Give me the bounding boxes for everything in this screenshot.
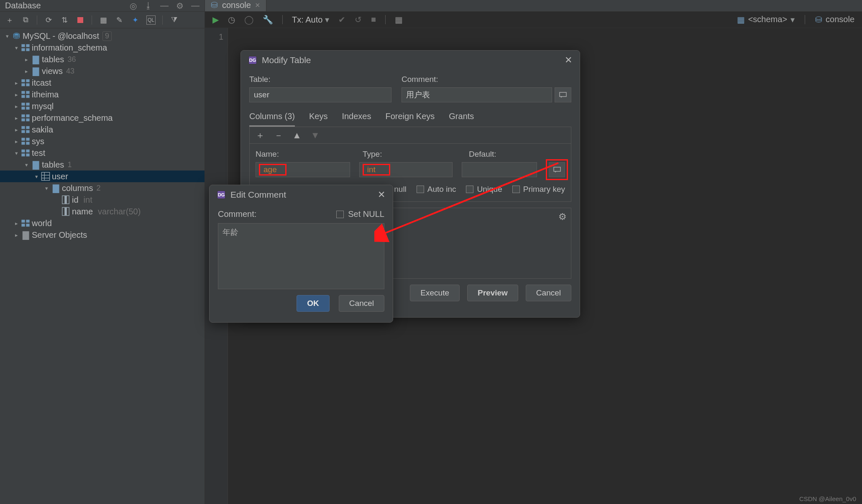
tree-item[interactable]: test [32,148,45,158]
svg-rect-27 [26,142,29,145]
folder-icon: ▇ [31,66,40,76]
target-icon[interactable]: ◎ [130,1,137,11]
tree-item[interactable]: tables [42,160,64,170]
console-selector[interactable]: ⛁console [815,15,854,25]
close-icon[interactable]: ✕ [378,189,385,200]
expand-toggle[interactable]: ▸ [12,92,21,98]
history-icon[interactable]: ◷ [228,15,235,25]
expand-toggle[interactable]: ▾ [12,45,21,51]
commit-icon[interactable]: ✔ [338,15,345,25]
expand-toggle[interactable]: ▸ [12,80,21,86]
expand-toggle[interactable]: ▸ [12,138,21,145]
set-null-checkbox[interactable]: Set NULL [336,209,384,219]
tab-grants[interactable]: Grants [449,112,474,127]
tree-item[interactable]: world [32,219,52,228]
expand-toggle[interactable]: ▾ [42,185,51,191]
expand-toggle[interactable]: ▾ [12,150,21,156]
svg-rect-19 [26,118,29,121]
ok-button[interactable]: OK [297,295,330,312]
unique-checkbox[interactable]: Unique [466,185,502,194]
tree-root[interactable]: MySQL - @localhost [23,31,99,41]
tree-item[interactable]: performance_schema [32,113,113,123]
col-type-input[interactable]: int [359,162,453,177]
run-icon[interactable]: ▶ [212,15,219,25]
close-icon[interactable]: × [255,0,260,10]
tab-keys[interactable]: Keys [309,112,327,127]
expand-toggle[interactable]: ▸ [12,103,21,109]
col-comment-button[interactable] [549,162,565,177]
edit-icon[interactable]: ✎ [115,15,124,25]
add-icon[interactable]: ＋ [5,15,14,25]
remove-column-icon[interactable]: － [274,129,283,142]
gear-icon[interactable]: ⚙ [558,211,567,222]
expand-toggle[interactable]: ▸ [12,232,21,238]
copy-icon[interactable]: ⧉ [21,15,30,25]
preview-button[interactable]: Preview [467,285,518,301]
console-icon[interactable]: QL [146,15,156,25]
move-up-icon[interactable]: ▲ [292,130,302,141]
tree-item[interactable]: itheima [32,90,59,99]
wrench-icon[interactable]: 🔧 [263,15,273,25]
expand-toggle[interactable]: ▸ [22,56,31,63]
col-name-input[interactable]: age [256,162,350,177]
tree-item[interactable]: information_schema [32,43,107,53]
expand-toggle[interactable]: ▸ [12,127,21,133]
comment-label: Comment: [218,209,256,219]
expand-toggle[interactable]: ▾ [22,162,31,168]
expand-toggle[interactable]: ▸ [12,220,21,227]
comment-input[interactable] [402,87,552,102]
folder-icon: ▇ [31,160,40,170]
execute-button[interactable]: Execute [410,285,460,301]
tree-item[interactable]: columns [62,183,93,193]
cancel-button[interactable]: Cancel [339,295,384,312]
tree-item[interactable]: views [42,66,63,76]
expand-toggle[interactable]: ▾ [32,173,41,180]
tab-columns[interactable]: Columns (3) [249,112,295,127]
comment-textarea[interactable]: 年龄 [218,223,384,289]
expand-toggle[interactable]: ▸ [22,68,31,74]
schema-selector[interactable]: ▦<schema>▾ [737,15,795,25]
schema-icon [21,219,30,228]
close-icon[interactable]: ✕ [565,55,572,66]
col-default-input[interactable] [462,162,537,177]
data-editor-icon[interactable]: ▦ [395,15,403,25]
tree-column[interactable]: name [72,207,93,216]
primary-key-checkbox[interactable]: Primary key [512,185,565,194]
tree-item[interactable]: tables [42,55,64,64]
tree-item[interactable]: Server Objects [32,230,87,240]
sql-console-icon: ⛁ [211,0,218,10]
tree-item[interactable]: itcast [32,78,51,88]
add-column-icon[interactable]: ＋ [256,129,265,142]
tree-item[interactable]: sakila [32,125,53,135]
filter-icon[interactable]: ⧩ [169,15,179,25]
table-icon[interactable]: ▦ [99,15,108,25]
tab-foreign-keys[interactable]: Foreign Keys [385,112,435,127]
svg-rect-18 [21,118,25,121]
hide-icon[interactable]: — [191,1,200,10]
tx-mode-select[interactable]: Tx: Auto ▾ [292,15,329,25]
key-icon[interactable]: ✦ [130,15,140,25]
expand-toggle[interactable]: ▸ [12,115,21,121]
expand-toggle[interactable]: ▾ [3,33,12,39]
expand-comment-button[interactable] [555,87,571,102]
auto-inc-checkbox[interactable]: Auto inc [417,185,456,194]
stop-icon[interactable] [76,15,85,25]
move-down-icon[interactable]: ▼ [311,130,320,141]
sync-icon[interactable]: ⇅ [60,15,69,25]
gear-icon[interactable]: ⚙ [176,1,184,11]
minimize-icon[interactable]: — [160,1,169,10]
tab-indexes[interactable]: Indexes [342,112,371,127]
table-name-input[interactable] [249,87,391,102]
tree-item[interactable]: sys [32,137,44,146]
collapse-icon[interactable]: ⭳ [144,1,153,10]
tree-column[interactable]: id [72,195,79,205]
refresh-icon[interactable]: ⟳ [44,15,53,25]
stop-icon[interactable]: ■ [371,15,376,24]
rollback-icon[interactable]: ↺ [355,15,362,25]
svg-rect-4 [21,79,25,82]
tree-item[interactable]: mysql [32,102,54,111]
tree-item-user[interactable]: user [52,172,68,181]
editor-tab-console[interactable]: ⛁ console × [205,0,266,11]
explain-icon[interactable]: ◯ [244,15,253,25]
cancel-button[interactable]: Cancel [526,285,571,301]
